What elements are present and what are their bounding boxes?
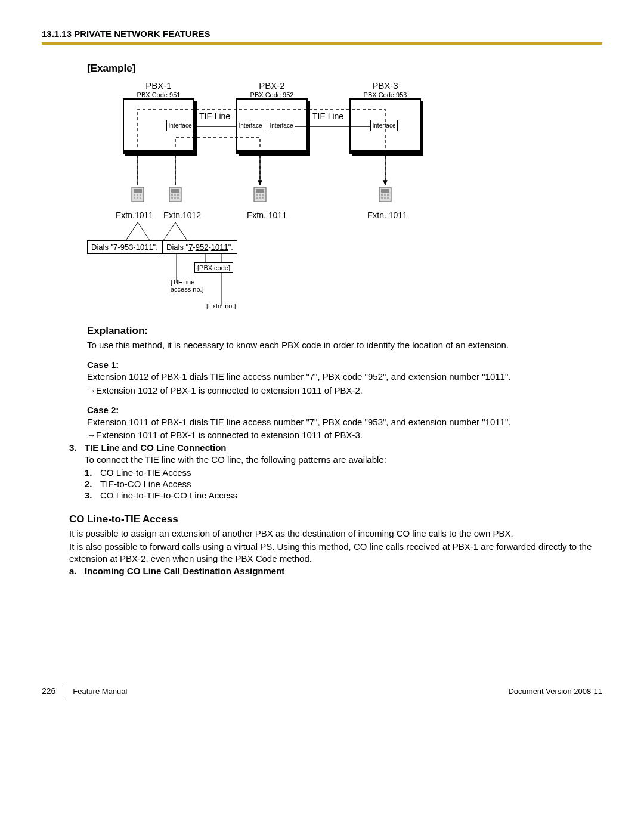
svg-rect-39 [384,197,386,199]
svg-rect-11 [134,194,135,196]
svg-rect-12 [137,194,138,196]
network-diagram: PBX-1 PBX Code 951 Interface PBX-2 PBX C… [87,80,469,313]
dial-box-2: Dials "7-952-1011". [162,240,237,254]
footer-divider [64,683,64,699]
svg-rect-40 [387,197,389,199]
case1-heading: Case 1: [87,360,602,370]
svg-rect-19 [171,194,173,196]
ext-label-p3e1: Extn. 1011 [367,210,407,220]
explanation-heading: Explanation: [87,325,602,337]
anno-pbx-code: [PBX code] [194,262,233,273]
dial2-post: ". [228,243,233,252]
section-header: 13.1.13 PRIVATE NETWORK FEATURES [42,29,602,39]
dial2-seg-b: 952 [196,243,209,252]
section-3: 3. TIE Line and CO Line Connection To co… [69,442,602,500]
case1-line2: Extension 1012 of PBX-1 is connected to … [87,385,602,397]
svg-rect-10 [134,189,142,193]
case2-line2: Extension 1011 of PBX-1 is connected to … [87,429,602,441]
document-page: 13.1.13 PRIVATE NETWORK FEATURES [Exampl… [0,0,644,717]
svg-rect-27 [256,194,258,196]
sec3-num: 3. [69,442,85,453]
phone-icon [131,185,145,204]
svg-rect-31 [259,197,261,199]
svg-rect-37 [387,194,389,196]
svg-rect-22 [171,197,173,199]
svg-rect-38 [381,197,383,199]
sec3-intro: To connect the TIE line with the CO line… [85,454,602,466]
phone-icon [378,185,392,204]
explanation-text: To use this method, it is necessary to k… [87,339,602,351]
header-rule [42,42,602,45]
sec3-item2-t: TIE-to-CO Line Access [100,479,602,489]
svg-rect-36 [384,194,386,196]
co-tie-heading: CO Line-to-TIE Access [69,513,602,525]
manual-name: Feature Manual [73,687,127,696]
svg-rect-28 [259,194,261,196]
svg-rect-16 [140,197,141,199]
co-tie-p1: It is possible to assign an extension of… [69,528,602,540]
content-body: [Example] PBX-1 PBX Code 951 Interface P… [87,63,602,576]
svg-rect-13 [140,194,141,196]
svg-rect-32 [262,197,264,199]
dial2-pre: Dials " [166,243,188,252]
example-heading: [Example] [87,63,602,75]
phone-icon [168,185,182,204]
ext-label-p1e1: Extn.1011 [116,210,153,220]
sub-a-title: Incoming CO Line Call Destination Assign… [85,566,602,576]
doc-version: Document Version 2008-11 [508,687,602,696]
anno-tie-access: [TIE line access no.] [171,278,212,293]
sub-a-num: a. [69,566,85,576]
svg-rect-35 [381,194,383,196]
svg-rect-18 [171,189,179,193]
svg-rect-23 [174,197,176,199]
co-tie-p2: It is also possible to forward calls usi… [69,541,602,565]
page-footer: 226 Feature Manual Document Version 2008… [42,683,602,699]
ext-label-p1e2: Extn.1012 [163,210,201,220]
case1-line1: Extension 1012 of PBX-1 dials TIE line a… [87,371,602,383]
svg-rect-34 [381,189,389,193]
case2-line1: Extension 1011 of PBX-1 dials TIE line a… [87,416,602,428]
svg-rect-14 [134,197,135,199]
dial2-seg-a: 7 [188,243,193,252]
dial-box-1: Dials "7-953-1011". [87,240,162,254]
phone-icon [253,185,267,204]
sec3-item3-t: CO Line-to-TIE-to-CO Line Access [100,490,602,500]
sec3-item3-n: 3. [85,490,100,500]
sec3-item1-t: CO Line-to-TIE Access [100,467,602,478]
svg-rect-20 [174,194,176,196]
page-number: 226 [42,686,55,696]
sec3-title: TIE Line and CO Line Connection [85,442,602,453]
anno-ext-no: [Extn. no.] [206,302,236,309]
sec3-item1-n: 1. [85,467,100,478]
svg-rect-21 [177,194,179,196]
svg-rect-29 [262,194,264,196]
svg-rect-24 [177,197,179,199]
sec3-item2-n: 2. [85,479,100,489]
dial2-seg-c: 1011 [211,243,228,252]
svg-rect-26 [256,189,264,193]
svg-rect-30 [256,197,258,199]
ext-label-p2e1: Extn. 1011 [247,210,287,220]
svg-rect-15 [137,197,138,199]
case2-heading: Case 2: [87,405,602,415]
